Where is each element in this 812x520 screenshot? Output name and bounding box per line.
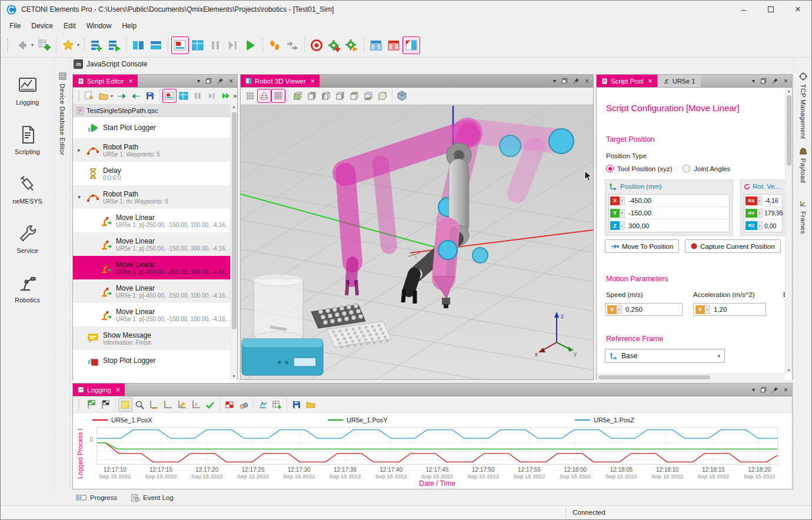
move-to-position-button[interactable]: Move To Position — [605, 239, 679, 253]
tab-script-editor[interactable]: Script Editor × — [73, 75, 138, 87]
script-file-row[interactable]: TestSingleStepPath.qsc ▴ — [73, 105, 237, 117]
new-device-list-button[interactable] — [88, 36, 105, 54]
position-y-field[interactable]: Y▾ -150,00 — [609, 207, 729, 219]
script-pool-vscrollbar[interactable]: ▲ ▼ — [785, 88, 792, 374]
script-step-row[interactable]: ▾Robot PathUR5e 1: rtc Waypoints: 5 — [73, 185, 237, 209]
tab-robot-3d-viewer[interactable]: Robot 3D Viewer × — [241, 75, 320, 87]
scrollbar-thumb[interactable] — [232, 112, 237, 329]
chevron-collapsed-icon[interactable]: ▸ — [75, 147, 83, 153]
speed-field[interactable]: V▾ 0,250 — [605, 303, 683, 316]
emergency-stop-button[interactable] — [308, 36, 325, 54]
add-channel-button[interactable] — [270, 398, 284, 412]
run-process-button[interactable] — [343, 36, 361, 54]
maximize-button[interactable] — [757, 1, 784, 18]
unit-dropdown-icon[interactable]: ▾ — [705, 305, 710, 314]
record-view-button[interactable] — [171, 36, 189, 54]
script-step-row[interactable]: Show MessageInformation: Finish — [73, 326, 237, 350]
position-y-value[interactable]: -150,00 — [625, 209, 651, 216]
tab-script-pool[interactable]: Script Pool × — [597, 75, 657, 87]
radio-tool-position[interactable] — [606, 165, 614, 172]
view-iso-button[interactable] — [375, 89, 390, 103]
erase-button[interactable] — [237, 398, 251, 412]
rotation-rx-field[interactable]: RX▾ -4,16 — [744, 195, 782, 207]
new-script-button[interactable] — [82, 89, 96, 103]
unit-dropdown-icon[interactable]: ▾ — [757, 196, 763, 205]
sidebar-item-robotics[interactable]: Robotics — [1, 263, 55, 312]
acceleration-field[interactable]: V▾ 1,20 — [693, 303, 766, 316]
minimize-button[interactable]: – — [730, 1, 757, 18]
view-back-button[interactable] — [305, 89, 319, 103]
zoom-fit-button[interactable] — [175, 398, 189, 412]
menu-edit[interactable]: Edit — [58, 20, 81, 32]
rotation-ry-value[interactable]: 179,95 — [763, 209, 783, 216]
skip-steps-button[interactable] — [284, 36, 301, 54]
zoom-button[interactable] — [132, 398, 147, 412]
script-pool-hscrollbar[interactable] — [597, 374, 785, 380]
panel-close-button[interactable]: × — [585, 77, 589, 85]
unit-dropdown-icon[interactable]: ▾ — [757, 209, 763, 218]
script-view-button[interactable] — [177, 89, 191, 103]
panel-pin-button[interactable] — [772, 78, 778, 84]
clear-plot-button[interactable] — [222, 398, 237, 412]
solid-cube-button[interactable] — [395, 89, 409, 103]
panel-layout-button[interactable] — [367, 36, 385, 54]
rotation-rz-value[interactable]: 0,00 — [763, 222, 776, 229]
tab-progress[interactable]: Progress — [76, 494, 117, 501]
open-dropdown-icon[interactable]: ▾ — [111, 94, 113, 99]
dock-splitter[interactable] — [793, 57, 794, 491]
menu-help[interactable]: Help — [117, 20, 142, 32]
script-step-row[interactable]: Move LinearUR5e 1: p[-250.00, -150.00, 1… — [73, 209, 237, 232]
tab-close-icon[interactable]: × — [116, 386, 120, 394]
save-log-button[interactable] — [289, 398, 304, 412]
unit-dropdown-icon[interactable]: ▾ — [620, 196, 625, 205]
scrollbar-thumb[interactable] — [787, 95, 791, 166]
panel-close-button[interactable]: × — [229, 77, 233, 85]
run-script-button[interactable] — [242, 36, 259, 54]
position-x-value[interactable]: -450,00 — [625, 197, 651, 204]
unit-dropdown-icon[interactable]: ▾ — [757, 221, 763, 230]
add-device-config-button[interactable] — [35, 36, 53, 54]
open-log-folder-button[interactable] — [304, 398, 318, 412]
menu-file[interactable]: File — [4, 20, 26, 32]
tab-close-icon[interactable]: × — [129, 77, 133, 85]
toolbar-grip[interactable] — [78, 91, 79, 101]
pause-script-button[interactable] — [207, 36, 224, 54]
panel-pin-button[interactable] — [217, 78, 224, 84]
tab-javascript-console[interactable]: JS JavaScript Console — [74, 59, 147, 69]
rotation-rz-field[interactable]: RZ▾ 0,00 — [744, 219, 782, 232]
view-front-button[interactable] — [291, 89, 305, 103]
script-step-row[interactable]: Move LinearUR5e 1: p[-450.00, -150.00, 1… — [73, 279, 237, 303]
step-by-step-button[interactable] — [266, 36, 284, 54]
zoom-x-axis-button[interactable] — [147, 398, 161, 412]
sidebar-item-service[interactable]: Service — [1, 214, 55, 263]
annotation-button[interactable] — [118, 398, 132, 412]
apply-button[interactable] — [203, 398, 217, 412]
script-pause-button[interactable] — [191, 89, 205, 103]
speed-value[interactable]: 0,250 — [622, 306, 643, 313]
unit-dropdown-icon[interactable]: ▾ — [620, 221, 625, 230]
panel-menu-button[interactable]: ▾ — [752, 78, 755, 84]
unit-dropdown-icon[interactable]: ▾ — [620, 209, 625, 218]
start-device-config-button[interactable] — [105, 36, 123, 54]
rotation-rx-value[interactable]: -4,16 — [763, 197, 778, 204]
view-top-button[interactable] — [347, 89, 361, 103]
import-script-button[interactable] — [115, 89, 129, 103]
script-step-row[interactable]: Move LinearUR5e 1: p[-250.00, -150.00, 3… — [73, 232, 237, 256]
start-logging-button[interactable] — [85, 398, 99, 412]
script-run-button[interactable] — [219, 89, 233, 103]
reference-frame-dropdown[interactable]: Base ▾ — [605, 349, 725, 363]
panel-menu-button[interactable]: ▾ — [553, 78, 556, 84]
view-right-button[interactable] — [333, 89, 347, 103]
robot-3d-scene[interactable]: z x y — [241, 105, 593, 379]
rotation-ry-field[interactable]: RY▾ 179,95 — [744, 207, 782, 219]
add-process-button[interactable] — [325, 36, 343, 54]
stop-logging-button[interactable] — [99, 398, 113, 412]
toggle-3d-viewer-button[interactable] — [402, 36, 420, 54]
process-view-button[interactable] — [189, 36, 207, 54]
menu-window[interactable]: Window — [81, 20, 117, 32]
tab-ur5e-1[interactable]: UR5e 1 — [657, 75, 701, 87]
panel-menu-button[interactable]: ▾ — [197, 78, 200, 84]
tile-view-button[interactable] — [147, 36, 165, 54]
sidebar-item-nemesys[interactable]: neMESYS — [1, 164, 55, 214]
panel-menu-button[interactable]: ▾ — [752, 386, 755, 393]
